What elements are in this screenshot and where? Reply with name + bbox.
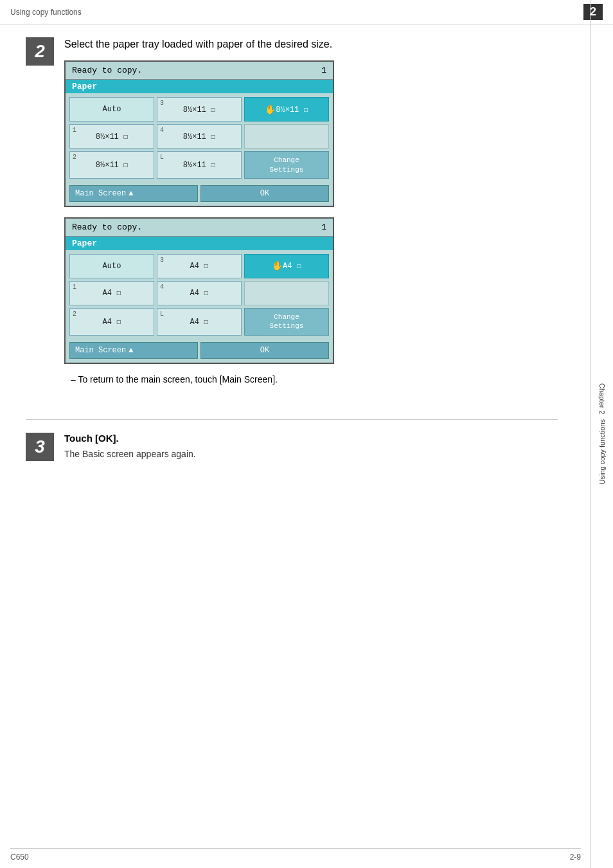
lcd-cell-selected-1[interactable]: ✋ 8½×11 ☐ bbox=[244, 97, 329, 122]
ok-btn-2[interactable]: OK bbox=[200, 342, 329, 359]
lcd-cell-4-1[interactable]: 4 8½×11 ☐ bbox=[157, 124, 242, 149]
ok-btn-1[interactable]: OK bbox=[200, 185, 329, 202]
lcd-screen-1: Ready to copy. 1 Paper Auto 3 8½×11 ☐ ✋ bbox=[64, 60, 334, 207]
lcd-cell-auto-1[interactable]: Auto bbox=[69, 97, 154, 122]
step2-container: 2 Select the paper tray loaded with pape… bbox=[26, 37, 558, 404]
right-sidebar: Chapter 2 Using copy functions bbox=[590, 0, 613, 868]
main-content: 2 Select the paper tray loaded with pape… bbox=[0, 24, 590, 489]
lcd-status-1: Ready to copy. bbox=[72, 66, 142, 75]
lcd-cell-1-2[interactable]: 1 A4 ☐ bbox=[69, 281, 154, 305]
lcd-count-1: 1 bbox=[321, 66, 326, 75]
lcd-status-2: Ready to copy. bbox=[72, 222, 142, 232]
lcd-header-2: Ready to copy. 1 bbox=[66, 219, 333, 237]
step3-subtitle: The Basic screen appears again. bbox=[64, 449, 558, 459]
lcd-cell-change-1[interactable]: Change Settings bbox=[244, 151, 329, 179]
step2-num: 2 bbox=[26, 37, 54, 66]
step3-container: 3 Touch [OK]. The Basic screen appears a… bbox=[26, 433, 558, 461]
lcd-cell-selected-2[interactable]: ✋ A4 ☐ bbox=[244, 254, 329, 278]
step2-title: Select the paper tray loaded with paper … bbox=[64, 37, 558, 51]
sidebar-chapter-num: Chapter 2 bbox=[598, 383, 606, 414]
lcd-cell-change-2[interactable]: Change Settings bbox=[244, 308, 329, 336]
lcd-header-1: Ready to copy. 1 bbox=[66, 62, 333, 80]
section-title: Using copy functions bbox=[10, 8, 82, 17]
sidebar-chapter-label: Using copy functions bbox=[598, 419, 606, 485]
footer-model: C650 bbox=[10, 853, 29, 862]
lcd-cell-4-2[interactable]: 4 A4 ☐ bbox=[157, 281, 242, 305]
lcd-grid-1: Auto 3 8½×11 ☐ ✋ 8½×11 ☐ 1 8½×11 ☐ bbox=[66, 93, 333, 183]
top-bar: Using copy functions 2 bbox=[0, 0, 613, 24]
lcd-grid-2: Auto 3 A4 ☐ ✋ A4 ☐ 1 A4 ☐ bbox=[66, 250, 333, 339]
lcd-screen-2: Ready to copy. 1 Paper Auto 3 A4 ☐ ✋ A bbox=[64, 217, 334, 364]
step2-content: Select the paper tray loaded with paper … bbox=[64, 37, 558, 404]
lcd-section-2: Paper bbox=[66, 237, 333, 250]
lcd-count-2: 1 bbox=[321, 222, 326, 232]
lcd-cell-empty-1 bbox=[244, 124, 329, 149]
step3-title: Touch [OK]. bbox=[64, 433, 558, 444]
lcd-cell-1-1[interactable]: 1 8½×11 ☐ bbox=[69, 124, 154, 149]
lcd-cell-3-2[interactable]: 3 A4 ☐ bbox=[157, 254, 242, 278]
separator bbox=[26, 419, 558, 420]
main-screen-btn-2[interactable]: Main Screen ▲ bbox=[69, 342, 198, 359]
lcd-cell-auto-2[interactable]: Auto bbox=[69, 254, 154, 278]
step3-content: Touch [OK]. The Basic screen appears aga… bbox=[64, 433, 558, 459]
lcd-section-1: Paper bbox=[66, 80, 333, 93]
note-line: – To return to the main screen, touch [M… bbox=[64, 374, 558, 384]
lcd-cell-3-1[interactable]: 3 8½×11 ☐ bbox=[157, 97, 242, 122]
lcd-cell-L-2[interactable]: L A4 ☐ bbox=[157, 308, 242, 336]
lcd-footer-2: Main Screen ▲ OK bbox=[66, 339, 333, 363]
lcd-cell-2-1[interactable]: 2 8½×11 ☐ bbox=[69, 151, 154, 179]
step3-num: 3 bbox=[26, 433, 54, 461]
bottom-footer: C650 2-9 bbox=[10, 848, 581, 862]
lcd-cell-empty-2 bbox=[244, 281, 329, 305]
main-screen-btn-1[interactable]: Main Screen ▲ bbox=[69, 185, 198, 202]
lcd-footer-1: Main Screen ▲ OK bbox=[66, 183, 333, 206]
lcd-cell-2-2[interactable]: 2 A4 ☐ bbox=[69, 308, 154, 336]
footer-page: 2-9 bbox=[570, 853, 581, 862]
lcd-cell-L-1[interactable]: L 8½×11 ☐ bbox=[157, 151, 242, 179]
